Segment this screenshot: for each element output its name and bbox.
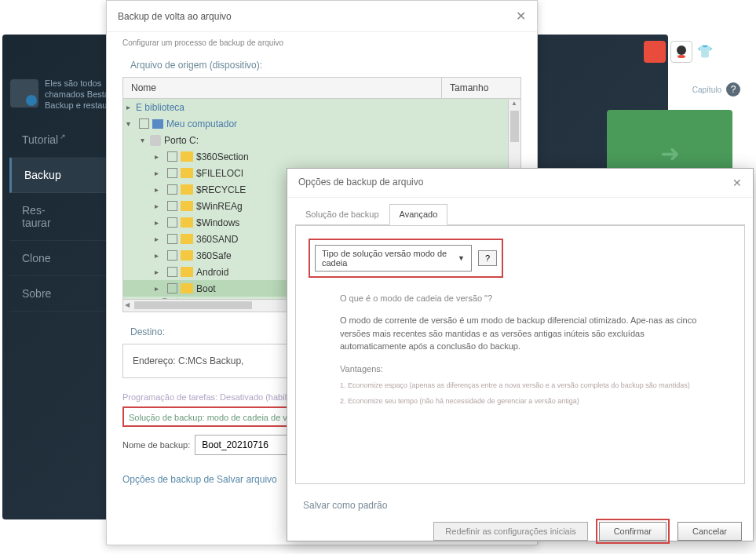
dialog1-subtitle: Configurar um processo de backup de arqu… [107,32,537,52]
drive-icon [150,135,161,146]
sidebar-item-clone[interactable]: Clone [9,241,119,276]
weibo-icon[interactable] [644,41,666,63]
computer-icon [152,119,163,129]
folder-icon [181,234,193,244]
backup-solution-link[interactable]: Solução de backup: modo de cadeia de ver… [129,410,309,425]
help-area: Capítulo ? [692,82,740,97]
desc-item-1: 1. Economize espaço (apenas as diferença… [340,381,700,389]
sidebar: Tutorial Backup Res- taurar Clone Sobre [9,122,119,312]
desc-item-2: 2. Economize seu tempo (não há necessida… [340,397,700,405]
confirm-highlight: Confirmar [596,519,670,544]
dropdown-value: Tipo de solução versão modo de cadeia [322,249,453,268]
svg-point-0 [677,46,686,55]
folder-icon [181,168,193,178]
collapse-icon[interactable]: ▾ [141,136,150,144]
options-dialog: Opções de backup de arquivo ✕ Solução de… [287,168,754,541]
expand-icon[interactable]: ▸ [126,103,136,111]
minimize-icon[interactable]: — [718,44,732,60]
desc-advantages-label: Vantagens: [340,364,700,374]
svg-point-1 [677,55,685,58]
backup-name-input[interactable] [195,435,289,455]
checkbox[interactable] [167,250,177,261]
backup-name-label: Nome de backup: [122,440,190,450]
expand-icon[interactable]: ▸ [155,152,164,161]
folder-icon [181,250,193,261]
reset-button[interactable]: Redefinir as configurações iniciais [433,522,587,541]
sidebar-item-tutorial[interactable]: Tutorial [9,122,119,158]
dialog1-close-icon[interactable]: ✕ [516,9,526,24]
dialog2-title: Opções de backup de arquivo [298,177,423,189]
col-name[interactable]: Nome [123,78,442,98]
titlebar-icons: 👕 — ✕ [644,41,748,63]
chevron-down-icon: ▼ [458,254,465,262]
scroll-thumb[interactable] [510,111,519,142]
expand-icon[interactable]: ▸ [155,185,164,194]
confirm-button[interactable]: Confirmar [599,522,667,541]
folder-icon [181,283,193,293]
tab-backup-solution[interactable]: Solução de backup [295,204,389,224]
checkbox[interactable] [167,283,177,293]
tab-advanced[interactable]: Avançado [389,204,448,225]
desc-paragraph: O modo de corrente de versão é um modo d… [340,314,700,353]
folder-icon [181,267,193,277]
folder-icon [181,201,193,211]
dialog1-title: Backup de volta ao arquivo [118,11,232,22]
checkbox[interactable] [167,201,177,211]
tree-row-computer[interactable]: ▾ Meu computador [123,115,520,132]
close-app-icon[interactable]: ✕ [736,43,748,60]
expand-icon[interactable]: ▸ [155,284,164,293]
dialog2-close-icon[interactable]: ✕ [732,177,742,189]
qq-icon[interactable] [670,41,692,63]
expand-icon[interactable]: ▸ [155,268,164,276]
expand-icon[interactable]: ▸ [155,218,164,227]
source-label: Arquivo de origem (dispositivo): [107,52,537,77]
expand-icon[interactable]: ▸ [155,169,164,177]
collapse-icon[interactable]: ▾ [126,119,136,128]
checkbox[interactable] [167,151,177,162]
sidebar-item-restore[interactable]: Res- taurar [9,193,119,241]
checkbox[interactable] [139,118,149,129]
solution-type-dropdown[interactable]: Tipo de solução versão modo de cadeia ▼ [315,245,472,272]
folder-icon [181,151,193,162]
arrow-right-icon: ➜ [660,140,680,167]
help-label: Capítulo [692,86,721,94]
folder-icon [181,184,193,195]
theme-icon[interactable]: 👕 [697,44,713,60]
expand-icon[interactable]: ▸ [155,251,164,260]
expand-icon[interactable]: ▸ [155,235,164,243]
folder-icon [181,217,193,228]
scroll-thumb[interactable] [134,301,252,309]
tree-row-biblioteca[interactable]: ▸ E biblioteca [123,99,520,115]
cancel-button[interactable]: Cancelar [677,522,742,541]
checkbox[interactable] [167,234,177,244]
desc-question: O que é o modo de cadeia de versão "? [340,293,700,303]
dropdown-help-button[interactable]: ? [478,250,497,266]
checkbox[interactable] [167,168,177,178]
sidebar-item-backup[interactable]: Backup [9,158,119,193]
checkbox[interactable] [167,184,177,195]
tree-row-drive[interactable]: ▾ Porto C: [123,132,520,148]
checkbox[interactable] [167,267,177,277]
expand-icon[interactable]: ▸ [155,202,164,210]
help-icon[interactable]: ? [726,82,740,97]
sidebar-item-about[interactable]: Sobre [9,276,119,312]
save-default-link[interactable]: Salvar como padrão [287,492,753,511]
dropdown-highlight: Tipo de solução versão modo de cadeia ▼ … [309,239,503,278]
checkbox[interactable] [167,217,177,228]
col-size[interactable]: Tamanho [442,78,520,98]
app-logo-icon [10,79,38,108]
tree-row[interactable]: ▸$360Section [123,148,520,165]
